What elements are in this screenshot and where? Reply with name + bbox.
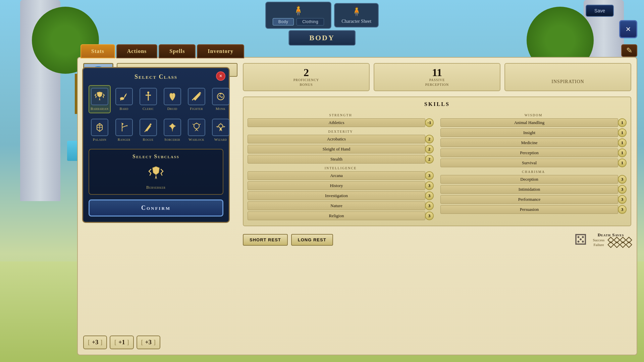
sorcerer-icon — [164, 119, 181, 136]
skill-row-athletics: Athletics -1 — [248, 118, 434, 127]
death-saves-section: ⚄ Death Saves Success Failure — [574, 231, 631, 248]
class-item-warlock[interactable]: Warlock — [186, 116, 207, 144]
class-item-bard[interactable]: Bard — [113, 85, 135, 113]
tab-spells[interactable]: Spells — [159, 44, 196, 58]
death-saves-text: Death Saves Success Failure — [590, 232, 631, 247]
intimidation-badge: 3 — [618, 185, 627, 194]
rogue-label: Rogue — [143, 137, 154, 141]
body-title: Body — [309, 34, 335, 42]
confirm-button[interactable]: Confirm — [89, 199, 223, 217]
skill-row-performance: Performance 3 — [440, 195, 627, 204]
paladin-icon — [91, 119, 108, 136]
persuasion-bar: Persuasion — [440, 205, 618, 214]
skill-row-sleight: Sleight of Hand 2 — [248, 145, 434, 154]
long-rest-button[interactable]: Long Rest — [291, 234, 333, 246]
skill-row-animal-handling: Animal Handling 1 — [440, 118, 627, 127]
death-failure-1 — [607, 241, 614, 248]
skill-row-acrobatics: Acrobatics 2 — [248, 135, 434, 143]
religion-badge: 3 — [425, 212, 434, 220]
warlock-label: Warlock — [189, 137, 204, 141]
skill-row-intimidation: Intimidation 3 — [440, 185, 627, 194]
class-item-ranger[interactable]: Ranger — [113, 116, 135, 144]
subclass-section: Select Subclass Berserker — [89, 149, 223, 195]
insight-badge: 1 — [618, 128, 627, 137]
bottom-row: Short Rest Long Rest ⚄ Death Saves Succe… — [243, 231, 631, 248]
skills-columns: Strength Athletics -1 Dexterity Acrobati… — [248, 111, 627, 222]
skill-row-deception: Deception 3 — [440, 175, 627, 184]
fighter-icon — [188, 88, 205, 105]
close-button[interactable]: × — [619, 20, 637, 38]
skill-row-stealth: Stealth 2 — [248, 155, 434, 164]
class-item-sorcerer[interactable]: Sorcerer — [162, 116, 183, 144]
bard-label: Bard — [120, 107, 128, 111]
class-item-druid[interactable]: Druid — [162, 85, 183, 113]
notes-button[interactable]: ✎ — [621, 44, 637, 57]
tab-clothing[interactable]: Clothing — [297, 18, 324, 25]
class-item-rogue[interactable]: Rogue — [138, 116, 159, 144]
investigation-bar: Investigation — [248, 191, 425, 200]
tab-body[interactable]: Body — [273, 18, 294, 25]
skills-title: Skills — [248, 101, 627, 107]
fighter-label: Fighter — [190, 107, 203, 111]
warlock-icon — [188, 119, 205, 136]
short-rest-button[interactable]: Short Rest — [243, 234, 288, 246]
tab-actions[interactable]: Actions — [116, 44, 158, 58]
acrobatics-badge: 2 — [425, 135, 434, 143]
proficiency-bonus-label: ProficiencyBonus — [249, 78, 364, 87]
death-failure-row: Failure — [590, 242, 631, 247]
nature-badge: 3 — [425, 201, 434, 210]
survival-badge: 1 — [618, 159, 627, 167]
sleight-badge: 2 — [425, 145, 434, 154]
perception-bar: Perception — [440, 148, 618, 157]
arcana-bar: Arcana — [248, 171, 425, 180]
select-class-modal: Select Class × Barbarian — [82, 67, 230, 223]
character-sheet-button[interactable]: 🧍 Character Sheet — [334, 3, 379, 27]
nav-tabs: Stats Actions Spells Inventory — [0, 44, 244, 58]
dexterity-category: Dexterity — [248, 130, 434, 133]
intelligence-category: Intelligence — [248, 166, 434, 170]
skill-row-insight: Insight 1 — [440, 128, 627, 137]
class-item-monk[interactable]: Monk — [210, 85, 231, 113]
svg-point-3 — [220, 93, 221, 95]
skill-row-perception: Perception 1 — [440, 148, 627, 157]
proficiency-bonus-card: 2 ProficiencyBonus — [243, 63, 370, 91]
stat-boxes-row: [ +3 ] [ +1 ] [ +3 ] — [83, 336, 160, 349]
stat-cards-row: 2 ProficiencyBonus 11 PassivePerception … — [243, 63, 631, 91]
religion-bar: Religion — [248, 212, 425, 220]
wizard-icon — [212, 119, 229, 136]
class-item-wizard[interactable]: Wizard — [210, 116, 231, 144]
proficiency-bonus-value: 2 — [249, 67, 364, 78]
tab-stats[interactable]: Stats — [80, 44, 115, 58]
tab-inventory[interactable]: Inventory — [197, 44, 244, 58]
deception-badge: 3 — [618, 175, 627, 184]
skill-row-medicine: Medicine 1 — [440, 138, 627, 147]
death-dice-icon: ⚄ — [574, 231, 587, 248]
body-title-bar: Body — [288, 30, 356, 46]
top-bar: 🧍 Body Clothing 🧍 Character Sheet — [0, 0, 644, 30]
investigation-badge: 3 — [425, 191, 434, 200]
history-badge: 3 — [425, 181, 434, 190]
wizard-label: Wizard — [214, 137, 227, 141]
class-item-paladin[interactable]: Paladin — [89, 116, 111, 144]
monk-label: Monk — [216, 107, 225, 111]
class-item-cleric[interactable]: Cleric — [138, 85, 159, 113]
subclass-item-berserker[interactable]: Berserker — [146, 164, 166, 190]
svg-point-5 — [219, 124, 223, 128]
death-failure-4 — [626, 241, 632, 248]
save-button[interactable]: Save — [586, 5, 614, 17]
skill-row-nature: Nature 3 — [248, 201, 434, 210]
stealth-bar: Stealth — [248, 155, 425, 164]
skill-column-right: Wisdom Animal Handling 1 Insight 1 Medic… — [440, 111, 627, 222]
svg-point-1 — [147, 92, 149, 94]
character-sheet-label: Character Sheet — [341, 19, 371, 24]
class-item-fighter[interactable]: Fighter — [186, 85, 207, 113]
strength-category: Strength — [248, 113, 434, 117]
berserker-label: Berserker — [146, 185, 166, 190]
subclass-grid: Berserker — [93, 164, 219, 190]
death-failure-2 — [613, 241, 620, 248]
modal-close-button[interactable]: × — [216, 71, 225, 81]
stat-val-2: +3 — [145, 339, 152, 346]
death-success-label: Success — [590, 238, 607, 242]
class-item-barbarian[interactable]: Barbarian — [89, 85, 111, 113]
stat-val-0: +3 — [92, 339, 98, 346]
